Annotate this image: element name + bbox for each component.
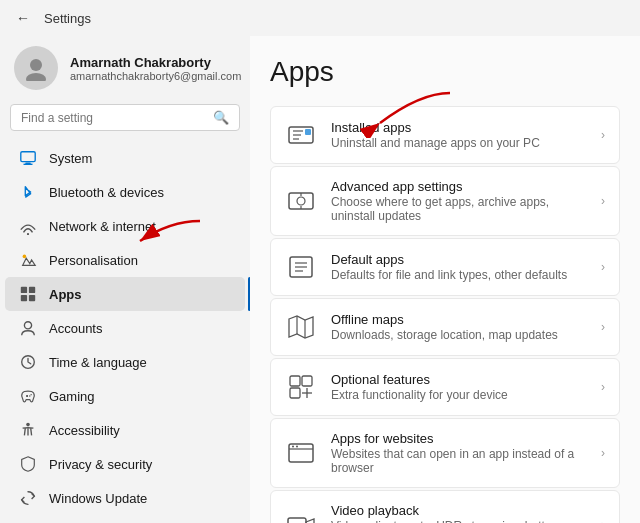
settings-item-description: Video adjustments, HDR streaming, batter… — [331, 519, 587, 523]
sidebar-item-privacy[interactable]: Privacy & security — [5, 447, 245, 481]
settings-item-title: Default apps — [331, 252, 567, 267]
sidebar-item-label: Time & language — [49, 355, 147, 370]
settings-item-text: Default apps Defaults for file and link … — [331, 252, 567, 282]
advanced-icon — [285, 185, 317, 217]
system-icon — [19, 149, 37, 167]
svg-rect-2 — [21, 152, 35, 162]
settings-item-advanced-app-settings[interactable]: Advanced app settings Choose where to ge… — [270, 166, 620, 236]
settings-item-title: Video playback — [331, 503, 587, 518]
apps-icon — [19, 285, 37, 303]
sidebar: Amarnath Chakraborty amarnathchakraborty… — [0, 36, 250, 523]
sidebar-item-label: Bluetooth & devices — [49, 185, 164, 200]
sidebar-item-apps[interactable]: Apps — [5, 277, 245, 311]
settings-item-text: Installed apps Uninstall and manage apps… — [331, 120, 540, 150]
search-box[interactable]: 🔍 — [10, 104, 240, 131]
svg-rect-22 — [305, 129, 311, 135]
settings-item-description: Defaults for file and link types, other … — [331, 268, 567, 282]
sidebar-item-personalisation[interactable]: Personalisation — [5, 243, 245, 277]
settings-item-apps-for-websites[interactable]: Apps for websites Websites that can open… — [270, 418, 620, 488]
sidebar-item-label: System — [49, 151, 92, 166]
personalisation-icon — [19, 251, 37, 269]
settings-item-title: Offline maps — [331, 312, 558, 327]
svg-rect-34 — [290, 376, 300, 386]
back-button[interactable]: ← — [12, 8, 34, 28]
svg-point-16 — [30, 394, 31, 395]
settings-item-title: Apps for websites — [331, 431, 587, 446]
sidebar-item-update[interactable]: Windows Update — [5, 481, 245, 515]
settings-item-title: Installed apps — [331, 120, 540, 135]
network-icon — [19, 217, 37, 235]
sidebar-item-label: Windows Update — [49, 491, 147, 506]
time-icon — [19, 353, 37, 371]
page-title: Apps — [270, 56, 620, 88]
settings-item-title: Advanced app settings — [331, 179, 587, 194]
settings-list: Installed apps Uninstall and manage apps… — [270, 106, 620, 523]
sidebar-item-label: Accounts — [49, 321, 102, 336]
settings-item-default-apps[interactable]: Default apps Defaults for file and link … — [270, 238, 620, 296]
settings-item-text: Optional features Extra functionality fo… — [331, 372, 508, 402]
settings-item-optional-features[interactable]: Optional features Extra functionality fo… — [270, 358, 620, 416]
svg-rect-7 — [21, 287, 27, 293]
svg-rect-9 — [21, 295, 27, 301]
settings-item-video-playback[interactable]: Video playback Video adjustments, HDR st… — [270, 490, 620, 523]
svg-rect-8 — [29, 287, 35, 293]
chevron-right-icon: › — [601, 260, 605, 274]
svg-point-24 — [297, 197, 305, 205]
maps-icon — [285, 311, 317, 343]
main-content: Apps Installed apps Uninstall and manage… — [250, 36, 640, 523]
svg-point-0 — [30, 59, 42, 71]
video-icon — [285, 509, 317, 523]
sidebar-item-label: Network & internet — [49, 219, 156, 234]
sidebar-item-accessibility[interactable]: Accessibility — [5, 413, 245, 447]
user-name: Amarnath Chakraborty — [70, 55, 241, 70]
settings-item-description: Choose where to get apps, archive apps, … — [331, 195, 587, 223]
websites-icon — [285, 437, 317, 469]
svg-rect-36 — [290, 388, 300, 398]
svg-point-17 — [26, 423, 30, 427]
chevron-right-icon: › — [601, 194, 605, 208]
chevron-right-icon: › — [601, 380, 605, 394]
sidebar-item-label: Personalisation — [49, 253, 138, 268]
settings-item-installed-apps[interactable]: Installed apps Uninstall and manage apps… — [270, 106, 620, 164]
nav-container: System Bluetooth & devices Network & int… — [0, 141, 250, 515]
svg-point-6 — [23, 255, 27, 259]
user-email: amarnathchakraborty6@gmail.com — [70, 70, 241, 82]
default-icon — [285, 251, 317, 283]
accounts-icon — [19, 319, 37, 337]
svg-point-1 — [26, 73, 46, 81]
sidebar-item-label: Gaming — [49, 389, 95, 404]
window-title: Settings — [44, 11, 91, 26]
svg-point-11 — [24, 322, 31, 329]
search-icon: 🔍 — [213, 110, 229, 125]
privacy-icon — [19, 455, 37, 473]
sidebar-item-time[interactable]: Time & language — [5, 345, 245, 379]
settings-item-description: Extra functionality for your device — [331, 388, 508, 402]
sidebar-item-accounts[interactable]: Accounts — [5, 311, 245, 345]
installed-icon — [285, 119, 317, 151]
optional-icon — [285, 371, 317, 403]
user-info: Amarnath Chakraborty amarnathchakraborty… — [70, 55, 241, 82]
svg-point-42 — [296, 446, 298, 448]
gaming-icon — [19, 387, 37, 405]
settings-item-text: Advanced app settings Choose where to ge… — [331, 179, 587, 223]
sidebar-item-network[interactable]: Network & internet — [5, 209, 245, 243]
settings-item-text: Video playback Video adjustments, HDR st… — [331, 503, 587, 523]
user-section[interactable]: Amarnath Chakraborty amarnathchakraborty… — [0, 36, 250, 104]
sidebar-item-gaming[interactable]: Gaming — [5, 379, 245, 413]
chevron-right-icon: › — [601, 446, 605, 460]
sidebar-item-label: Apps — [49, 287, 82, 302]
svg-point-15 — [29, 395, 30, 396]
svg-marker-44 — [306, 519, 314, 523]
avatar — [14, 46, 58, 90]
search-input[interactable] — [21, 111, 205, 125]
sidebar-item-label: Privacy & security — [49, 457, 152, 472]
svg-rect-35 — [302, 376, 312, 386]
svg-marker-31 — [289, 316, 313, 338]
svg-rect-43 — [288, 518, 306, 523]
svg-rect-10 — [29, 295, 35, 301]
sidebar-item-bluetooth[interactable]: Bluetooth & devices — [5, 175, 245, 209]
settings-item-offline-maps[interactable]: Offline maps Downloads, storage location… — [270, 298, 620, 356]
sidebar-item-system[interactable]: System — [5, 141, 245, 175]
settings-item-text: Apps for websites Websites that can open… — [331, 431, 587, 475]
settings-item-title: Optional features — [331, 372, 508, 387]
